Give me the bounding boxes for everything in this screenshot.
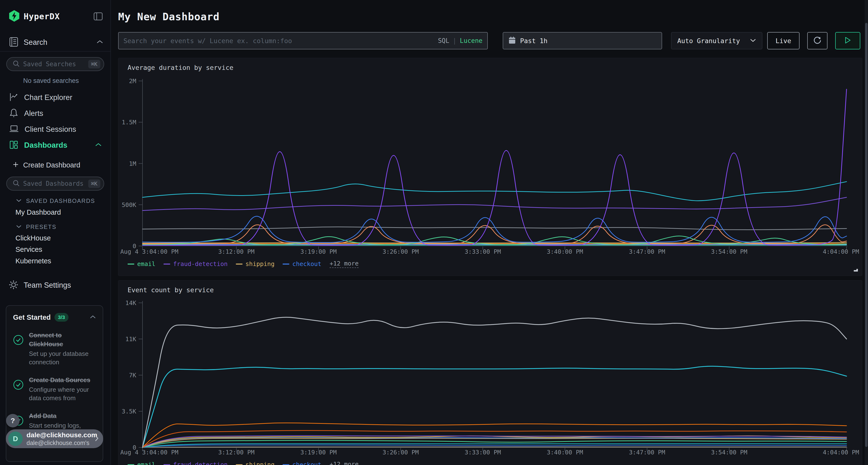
x-tick-label: 3:26:00 PM [382, 248, 419, 255]
sql-toggle[interactable]: SQL [438, 37, 449, 44]
duration-chart[interactable]: 0500K1M1.5M2MAug 4 3:04:00 PM3:12:00 PM3… [118, 58, 863, 258]
granularity-value: Auto Granularity [677, 37, 740, 44]
y-tick-label: 14K [125, 299, 136, 306]
get-started-progress-badge: 3/3 [55, 313, 68, 322]
live-button[interactable]: Live [767, 32, 800, 49]
create-dashboard-button[interactable]: Create Dashboard [12, 159, 80, 171]
chevron-up-icon[interactable] [96, 40, 103, 45]
x-tick-label: 3:12:00 PM [218, 449, 255, 456]
legend-item[interactable]: email [128, 461, 155, 465]
get-started-step-sources[interactable]: Create Data Sources Configure where your… [13, 376, 96, 402]
chevron-down-icon [16, 199, 22, 203]
group-saved-dashboards[interactable]: SAVED DASHBOARDS [16, 196, 95, 206]
legend-item[interactable]: email [128, 261, 155, 267]
y-tick-label: 2M [129, 77, 136, 85]
sidebar-item-chart-explorer[interactable]: Chart Explorer [0, 90, 111, 105]
search-section-label: Search [24, 38, 96, 47]
sidebar-item-client-sessions[interactable]: Client Sessions [0, 122, 111, 137]
series-line-series-cyan [143, 366, 846, 447]
preset-link-clickhouse[interactable]: ClickHouse [16, 232, 51, 243]
get-started-header[interactable]: Get Started 3/3 [13, 313, 96, 322]
legend-more-link[interactable]: +12 more [330, 461, 359, 465]
x-tick-label: Aug 4 3:04:00 PM [120, 248, 179, 255]
bell-icon [9, 108, 18, 119]
lucene-toggle[interactable]: Lucene [460, 37, 483, 44]
saved-searches-search[interactable]: ⌘K [6, 57, 104, 71]
granularity-select[interactable]: Auto Granularity [671, 32, 763, 49]
sidebar-item-team-settings[interactable]: Team Settings [9, 279, 71, 292]
shortcut-badge: ⌘K [88, 60, 100, 68]
x-tick-label: 3:47:00 PM [629, 449, 665, 456]
get-started-step-connect[interactable]: Connect to ClickHouse Set up your databa… [13, 331, 96, 366]
legend-item[interactable]: shipping [236, 461, 274, 465]
user-org: dale@clickhouse.com's [27, 439, 94, 446]
legend-label: email [137, 461, 155, 465]
legend-label: checkout [292, 261, 321, 267]
x-tick-label: 4:04:00 PM [823, 449, 859, 456]
plus-icon [12, 161, 19, 169]
legend-item[interactable]: fraud-detection [163, 261, 227, 267]
calendar-icon [508, 36, 516, 45]
chart-panel-event-count: Event count by service 03.5K7K11K14KAug … [118, 280, 862, 465]
group-presets[interactable]: PRESETS [16, 222, 56, 232]
refresh-button[interactable] [807, 32, 828, 49]
chevron-down-icon [16, 225, 22, 229]
user-account-button[interactable]: D dale@clickhouse.com dale@clickhouse.co… [6, 429, 103, 448]
legend-swatch [128, 464, 134, 465]
app-name: HyperDX [24, 11, 93, 21]
x-tick-label: 3:12:00 PM [218, 248, 255, 255]
chevron-up-icon[interactable] [90, 315, 96, 320]
legend-item[interactable]: checkout [283, 261, 321, 267]
step-desc: Configure where your data comes from [29, 386, 96, 402]
event-count-chart[interactable]: 03.5K7K11K14KAug 4 3:04:00 PM3:12:00 PM3… [118, 280, 863, 459]
sidebar-collapse-icon[interactable] [93, 11, 104, 22]
page-title: My New Dashboard [118, 11, 220, 23]
user-email: dale@clickhouse.com [27, 431, 94, 439]
legend-item[interactable]: checkout [283, 461, 321, 465]
get-started-title: Get Started [13, 313, 51, 322]
dashboards-icon [9, 140, 18, 150]
chevron-down-icon [750, 38, 756, 43]
chevron-up-icon[interactable] [95, 143, 102, 148]
series-line-series-gray [143, 317, 846, 447]
nav-label: Client Sessions [25, 125, 102, 134]
sidebar: HyperDX Search ⌘K [0, 0, 111, 465]
nav-label: Dashboards [24, 141, 95, 150]
sidebar-item-alerts[interactable]: Alerts [0, 105, 111, 122]
x-tick-label: 3:33:00 PM [465, 248, 501, 255]
search-icon [12, 179, 20, 188]
chart-explorer-icon [9, 93, 18, 103]
sidebar-item-dashboards[interactable]: Dashboards [0, 137, 111, 153]
journal-icon [9, 37, 18, 48]
event-search-bar[interactable]: SQL | Lucene [118, 32, 488, 49]
legend-item[interactable]: shipping [236, 261, 274, 267]
y-tick-label: 3.5K [122, 408, 136, 415]
x-tick-label: 3:26:00 PM [382, 449, 419, 456]
saved-dashboards-input[interactable] [23, 180, 88, 187]
legend-swatch [283, 464, 289, 465]
event-search-input[interactable] [123, 37, 438, 44]
preset-link-kubernetes[interactable]: Kubernetes [16, 255, 51, 266]
help-button[interactable]: ? [6, 414, 20, 427]
y-tick-label: 11K [125, 336, 136, 343]
legend-item[interactable]: fraud-detection [163, 461, 227, 465]
panel-resize-handle[interactable] [853, 267, 858, 273]
legend-more-link[interactable]: +12 more [330, 260, 359, 268]
saved-dashboards-search[interactable]: ⌘K [6, 176, 104, 191]
saved-searches-input[interactable] [23, 61, 88, 68]
vertical-scrollbar[interactable] [865, 0, 868, 465]
check-circle-icon [13, 335, 24, 366]
dashboard-link-my-dashboard[interactable]: My Dashboard [16, 207, 61, 218]
no-saved-searches-note: No saved searches [23, 77, 79, 85]
chart-panel-duration: Average duration by service 0500K1M1.5M2… [118, 58, 862, 276]
x-tick-label: 3:40:00 PM [547, 248, 583, 255]
sidebar-section-search[interactable]: Search [9, 36, 103, 49]
legend-label: shipping [245, 261, 274, 267]
run-query-button[interactable] [835, 32, 860, 49]
scrollbar-thumb[interactable] [865, 23, 868, 447]
x-tick-label: 3:19:00 PM [301, 248, 337, 255]
series-line-series-tan2 [143, 447, 846, 447]
preset-link-services[interactable]: Services [16, 244, 42, 255]
time-range-picker[interactable]: Past 1h [503, 32, 662, 49]
legend-swatch [236, 464, 243, 465]
